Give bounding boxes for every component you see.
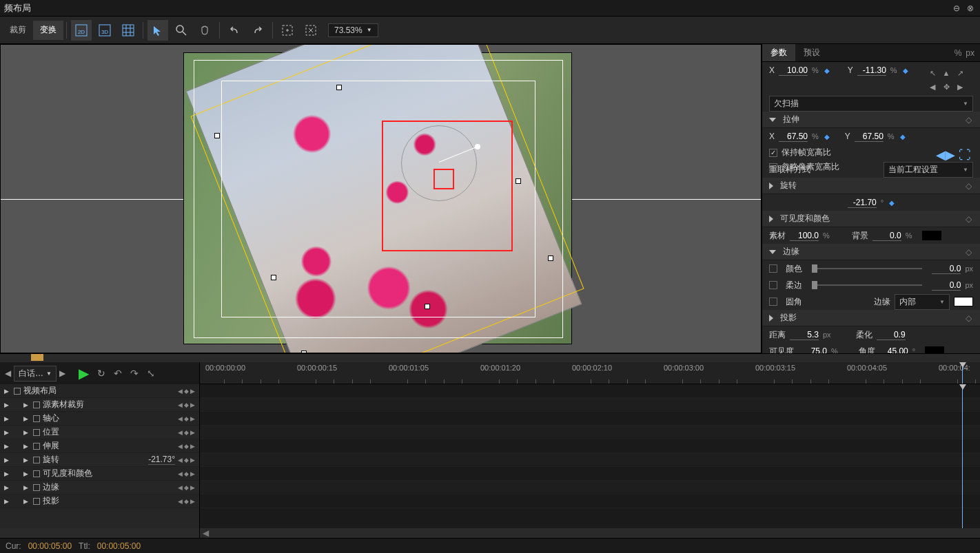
rotation-handle-dot[interactable]	[475, 144, 480, 149]
track-lane[interactable]	[200, 467, 980, 481]
keyframe-button[interactable]: ◇	[963, 313, 973, 323]
kf-next-icon[interactable]: ▶	[190, 443, 195, 450]
media-layer[interactable]	[185, 44, 582, 353]
shadow-angle-value[interactable]: 45.00	[879, 346, 908, 354]
material-opacity-value[interactable]: 100.0	[790, 231, 819, 241]
kf-prev-icon[interactable]: ◀	[178, 388, 183, 395]
tab-presets[interactable]: 预设	[795, 44, 828, 61]
edge-soft-value[interactable]: 0.0	[932, 280, 961, 291]
enable-checkbox[interactable]	[33, 429, 40, 436]
kf-next-icon[interactable]: ▶	[190, 388, 195, 395]
mode-2d-button[interactable]: 2D	[71, 20, 92, 41]
section-edge[interactable]: 边缘 ◇	[762, 244, 980, 260]
kf-add-icon[interactable]: ◆	[184, 484, 189, 491]
scroll-left-icon[interactable]: ◀	[200, 528, 212, 538]
timeline-scrub-bar[interactable]	[0, 354, 980, 362]
tab-crop[interactable]: 裁剪	[3, 21, 33, 40]
expand-icon[interactable]: ▶	[23, 443, 30, 450]
section-shadow[interactable]: 投影 ◇	[762, 310, 980, 326]
kf-icon[interactable]: ◆	[900, 133, 906, 140]
timeline-layer-select[interactable]: 白话…▼	[14, 366, 57, 382]
expand-icon[interactable]: ▶	[4, 457, 11, 463]
select-tool-button[interactable]	[147, 20, 168, 41]
kf-add-icon[interactable]: ◆	[184, 443, 189, 450]
expand-icon[interactable]: ▶	[4, 388, 11, 395]
pan-tool-button[interactable]	[194, 20, 215, 41]
tab-transform[interactable]: 变换	[33, 21, 63, 40]
kf-next-icon[interactable]: ▶	[190, 457, 195, 463]
edge-color-swatch[interactable]	[954, 297, 973, 306]
kf-icon[interactable]: ◆	[889, 199, 895, 207]
expand-icon[interactable]: ▶	[4, 415, 11, 422]
anchor-e[interactable]: ▶	[954, 81, 966, 93]
track-row[interactable]: ▶▶投影◀◆▶	[0, 494, 199, 508]
bg-opacity-value[interactable]: 0.0	[872, 231, 901, 241]
minimize-icon[interactable]: ⊖	[951, 3, 962, 14]
undo-tl-button[interactable]: ↶	[110, 368, 125, 379]
work-area-marker[interactable]	[31, 354, 43, 361]
kf-next-icon[interactable]: ▶	[190, 498, 195, 505]
handle-nw[interactable]	[214, 133, 220, 138]
handle-s[interactable]	[425, 304, 430, 309]
handle-w[interactable]	[271, 275, 276, 280]
keyframe-button[interactable]: ◇	[963, 214, 973, 224]
expand-icon[interactable]: ▶	[23, 470, 30, 477]
track-row[interactable]: ▶▶轴心◀◆▶	[0, 412, 199, 426]
handle-e[interactable]	[515, 178, 521, 184]
timeline-h-scroll[interactable]: ◀	[0, 528, 980, 538]
nav-prev-icon[interactable]: ◀	[3, 368, 12, 378]
timeline-ruler[interactable]: 00:00:00:0000:00:00:1500:00:01:0500:00:0…	[200, 362, 980, 384]
expand-icon[interactable]: ▶	[4, 484, 11, 491]
shadow-color-swatch[interactable]	[925, 346, 944, 353]
anchor-c[interactable]: ✥	[940, 81, 952, 93]
expand-icon[interactable]: ▶	[23, 457, 30, 463]
track-row[interactable]: ▶▶旋转-21.73°◀◆▶	[0, 453, 199, 467]
kf-add-icon[interactable]: ◆	[184, 415, 189, 422]
expand-icon[interactable]: ▶	[4, 470, 11, 477]
curve-button[interactable]: ⤡	[143, 368, 159, 379]
keyframe-button[interactable]: ◇	[963, 247, 973, 257]
edge-color-value[interactable]: 0.0	[932, 264, 961, 274]
overscan-select[interactable]: 欠扫描▼	[769, 96, 973, 112]
handle-n[interactable]	[336, 85, 342, 90]
kf-prev-icon[interactable]: ◀	[178, 470, 183, 477]
track-lane[interactable]	[200, 412, 980, 426]
kf-next-icon[interactable]: ▶	[190, 429, 195, 436]
kf-add-icon[interactable]: ◆	[184, 498, 189, 505]
redo-tl-button[interactable]: ↷	[127, 368, 142, 379]
enable-checkbox[interactable]	[33, 443, 40, 450]
enable-checkbox[interactable]	[33, 484, 40, 491]
close-icon[interactable]: ⊗	[965, 3, 976, 14]
edge-soft-checkbox[interactable]	[769, 281, 777, 289]
expand-icon[interactable]: ▶	[23, 484, 30, 491]
unit-percent-button[interactable]: %	[955, 48, 962, 58]
kf-next-icon[interactable]: ▶	[190, 415, 195, 422]
keep-ratio-checkbox[interactable]	[769, 149, 777, 157]
track-value[interactable]: -21.73°	[148, 455, 175, 465]
frame-fit-button[interactable]	[277, 20, 298, 41]
mode-3d-button[interactable]: 3D	[94, 20, 115, 41]
kf-prev-icon[interactable]: ◀	[178, 443, 183, 450]
enable-checkbox[interactable]	[33, 415, 40, 422]
edge-color-checkbox[interactable]	[769, 264, 777, 273]
anchor-ne[interactable]: ↗	[954, 67, 966, 79]
resample-select[interactable]: 当前工程设置▼	[884, 162, 973, 178]
enable-checkbox[interactable]	[14, 388, 21, 395]
track-row[interactable]: ▶▶源素材裁剪◀◆▶	[0, 398, 199, 412]
pos-x-value[interactable]: 10.00	[779, 65, 808, 76]
loop-button[interactable]: ↻	[94, 368, 109, 379]
rotation-value[interactable]: -21.70	[848, 198, 877, 208]
section-visibility[interactable]: 可见度和颜色 ◇	[762, 211, 980, 227]
redo-button[interactable]	[247, 20, 268, 41]
viewport[interactable]	[0, 44, 762, 353]
track-row[interactable]: ▶▶可见度和颜色◀◆▶	[0, 467, 199, 481]
kf-prev-icon[interactable]: ◀	[178, 498, 183, 505]
kf-prev-icon[interactable]: ◀	[178, 457, 183, 463]
track-row[interactable]: ▶▶伸展◀◆▶	[0, 439, 199, 453]
bg-color-swatch[interactable]	[922, 231, 941, 240]
track-lane[interactable]	[200, 481, 980, 494]
stretch-x-value[interactable]: 67.50	[779, 132, 808, 142]
enable-checkbox[interactable]	[33, 470, 40, 477]
nav-next-icon[interactable]: ▶	[58, 368, 68, 378]
shadow-soft-value[interactable]: 0.9	[877, 330, 906, 340]
